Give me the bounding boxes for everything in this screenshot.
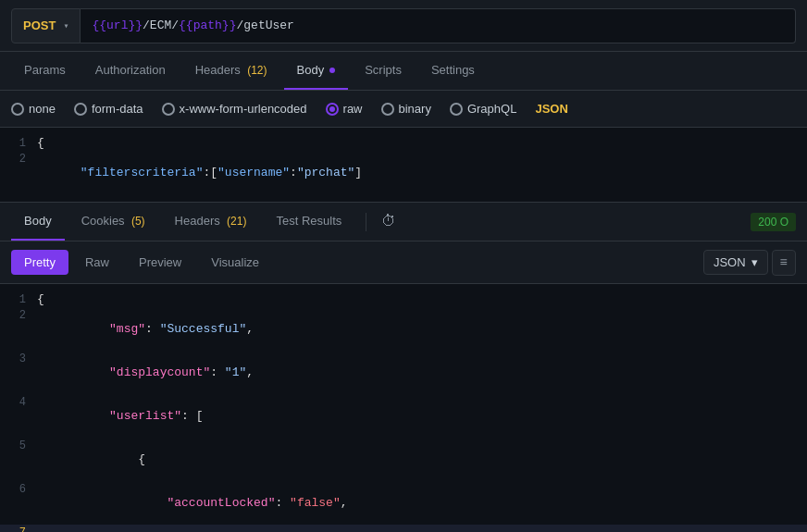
response-tab-bar: Body Cookies (5) Headers (21) Test Resul… [0, 203, 807, 241]
resp-line-7: 7 "localAuthEnabled": "false", [0, 525, 807, 532]
tab-authorization[interactable]: Authorization [82, 52, 179, 90]
top-tab-bar: Params Authorization Headers (12) Body S… [0, 52, 807, 91]
resp-raw-tab[interactable]: Raw [72, 250, 122, 275]
radio-circle-graphql [450, 103, 463, 116]
resp-line-4: 4 "userlist": [ [0, 394, 807, 438]
resp-tab-headers[interactable]: Headers (21) [162, 203, 260, 241]
body-type-bar: none form-data x-www-form-urlencoded raw… [0, 91, 807, 128]
radio-circle-urlencoded [162, 103, 175, 116]
radio-none[interactable]: none [11, 102, 56, 116]
url-part-getuser: /getUser [236, 19, 293, 32]
status-badge: 200 O [751, 213, 796, 231]
cookies-badge: (5) [129, 215, 145, 228]
url-part-path: {{path}} [179, 19, 236, 32]
body-dot [329, 68, 335, 73]
request-line-1: 1 { [0, 135, 807, 151]
tab-divider [366, 213, 366, 231]
resp-pretty-tab[interactable]: Pretty [11, 250, 68, 275]
radio-circle-none [11, 103, 24, 116]
radio-urlencoded[interactable]: x-www-form-urlencoded [162, 102, 307, 116]
tab-headers[interactable]: Headers (12) [182, 52, 280, 90]
resp-line-2: 2 "msg": "Successful", [0, 307, 807, 351]
resp-line-5: 5 { [0, 438, 807, 481]
chevron-down-icon: ▾ [63, 20, 68, 31]
history-icon[interactable]: ⏱ [378, 209, 400, 234]
json-format-dropdown[interactable]: JSON ▾ [703, 250, 768, 275]
url-part-ecm: /ECM/ [143, 19, 179, 32]
resp-headers-badge: (21) [224, 215, 247, 228]
resp-line-3: 3 "displaycount": "1", [0, 351, 807, 394]
radio-circle-binary [381, 103, 394, 116]
resp-visualize-tab[interactable]: Visualize [198, 250, 272, 275]
resp-line-6: 6 "accountLocked": "false", [0, 481, 807, 525]
request-line-2: 2 "filterscriteria":["username":"prchat"… [0, 151, 807, 194]
resp-tab-test-results[interactable]: Test Results [263, 203, 354, 241]
radio-graphql[interactable]: GraphQL [450, 102, 516, 116]
resp-preview-tab[interactable]: Preview [126, 250, 194, 275]
url-part-url: {{url}} [92, 19, 143, 32]
url-bar: POST ▾ {{url}} /ECM/ {{path}} /getUser [0, 0, 807, 52]
response-body-code: 1 { 2 "msg": "Successful", 3 "displaycou… [0, 284, 807, 532]
chevron-down-icon: ▾ [751, 255, 758, 269]
method-label: POST [23, 19, 56, 32]
tab-settings[interactable]: Settings [418, 52, 488, 90]
tab-body[interactable]: Body [284, 52, 349, 90]
json-format-label[interactable]: JSON [535, 102, 567, 116]
radio-raw[interactable]: raw [326, 102, 363, 116]
radio-binary[interactable]: binary [381, 102, 431, 116]
resp-line-1: 1 { [0, 291, 807, 307]
request-body-editor[interactable]: 1 { 2 "filterscriteria":["username":"prc… [0, 128, 807, 203]
wrap-button[interactable]: ≡ [772, 250, 796, 276]
response-toolbar: Pretty Raw Preview Visualize JSON ▾ ≡ [0, 241, 807, 284]
resp-tab-body[interactable]: Body [11, 203, 65, 241]
headers-badge: (12) [244, 64, 267, 77]
radio-circle-raw [326, 103, 339, 116]
wrap-icon: ≡ [780, 255, 788, 270]
tab-scripts[interactable]: Scripts [352, 52, 415, 90]
url-display[interactable]: {{url}} /ECM/ {{path}} /getUser [81, 8, 796, 43]
radio-form-data[interactable]: form-data [74, 102, 143, 116]
radio-circle-form-data [74, 103, 87, 116]
tab-params[interactable]: Params [11, 52, 79, 90]
resp-tab-cookies[interactable]: Cookies (5) [68, 203, 158, 241]
method-selector[interactable]: POST ▾ [11, 8, 81, 43]
